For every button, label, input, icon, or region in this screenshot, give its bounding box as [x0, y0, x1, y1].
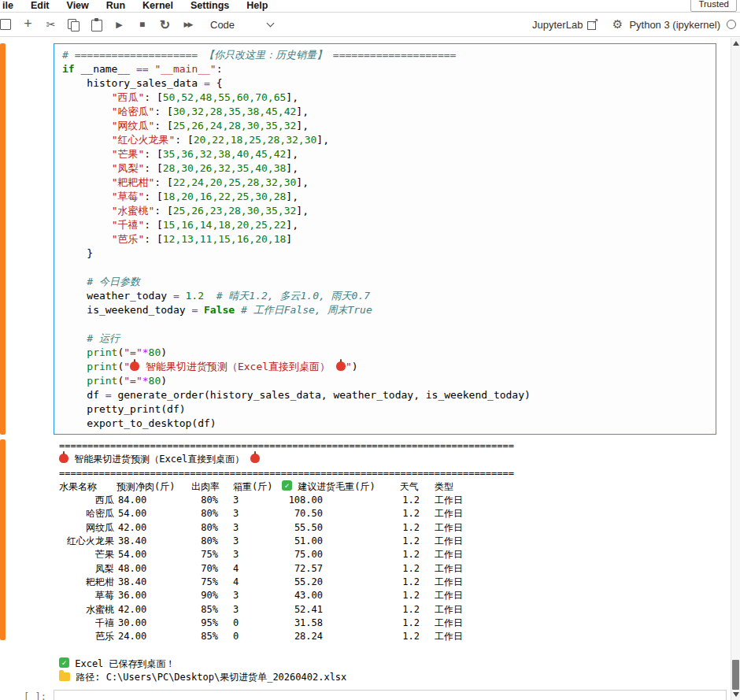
- menu-item-help[interactable]: Help: [238, 0, 276, 12]
- copy-icon[interactable]: [62, 13, 85, 36]
- menu-item-kernel[interactable]: Kernel: [134, 0, 182, 12]
- apple-icon: [59, 454, 68, 463]
- table-cell: 38.40: [118, 576, 185, 589]
- table-cell: 工作日: [435, 617, 463, 630]
- code-line: df = generate_order(history_sales_data, …: [62, 388, 711, 402]
- empty-cell-editor[interactable]: [54, 690, 727, 700]
- code-cell-collapser[interactable]: [0, 43, 6, 435]
- code-line: print("="*80): [62, 346, 711, 360]
- table-cell: 千禧: [59, 617, 114, 630]
- cell-type-dropdown[interactable]: Code: [210, 19, 273, 31]
- table-cell: 55.50: [257, 521, 323, 535]
- interrupt-icon[interactable]: [131, 13, 154, 36]
- gear-icon[interactable]: [605, 17, 629, 31]
- column-header: 箱重(斤): [233, 480, 272, 494]
- table-cell: 3: [233, 521, 257, 535]
- run-icon[interactable]: [108, 13, 131, 36]
- table-cell: 85%: [185, 603, 218, 617]
- output-line: Excel 已保存到桌面！: [59, 657, 732, 671]
- output-line: ========================================…: [59, 467, 732, 480]
- scroll-up-icon[interactable]: [733, 41, 739, 46]
- toolbar-icon-group: [0, 13, 199, 36]
- table-cell: 90%: [185, 589, 218, 602]
- table-cell: 哈密瓜: [59, 507, 114, 520]
- external-link-icon: [587, 20, 598, 30]
- menu-item-settings[interactable]: Settings: [182, 0, 238, 12]
- table-cell: 芒果: [59, 548, 114, 561]
- table-cell: 84.00: [118, 494, 185, 507]
- code-line: export_to_desktop(df): [62, 417, 711, 431]
- menu-item-run[interactable]: Run: [98, 0, 134, 12]
- table-cell: 3: [233, 603, 257, 617]
- code-line: "网纹瓜": [25,26,24,28,30,35,32],: [62, 119, 711, 133]
- code-line: "西瓜": [50,52,48,55,60,70,65],: [62, 91, 711, 105]
- table-cell: 72.57: [257, 562, 323, 576]
- code-cell-editor[interactable]: # ==================== 【你只改这里：历史销量】 ====…: [54, 43, 716, 435]
- table-cell: 42.00: [118, 521, 185, 535]
- jupyterlab-link[interactable]: JupyterLab: [532, 19, 598, 31]
- run-all-icon[interactable]: [176, 13, 199, 36]
- code-line: "芭乐": [12,13,11,15,16,20,18]: [62, 232, 711, 246]
- table-cell: 1.2: [323, 535, 420, 548]
- table-cell: 43.00: [257, 589, 323, 602]
- table-cell: 70.50: [257, 507, 323, 520]
- table-cell: 4: [233, 562, 257, 576]
- table-cell: 1.2: [323, 630, 420, 643]
- table-row: 芭乐24.0085%028.241.2工作日: [59, 630, 732, 643]
- chevron-down-icon: [267, 19, 275, 27]
- output-collapser[interactable]: [0, 439, 6, 640]
- table-cell: 工作日: [435, 589, 463, 602]
- table-cell: 凤梨: [59, 562, 114, 576]
- table-row: 耙耙柑38.4075%455.201.2工作日: [59, 576, 732, 589]
- column-header: 天气: [400, 480, 419, 494]
- table-cell: 3: [233, 507, 257, 520]
- code-line: # ==================== 【你只改这里：历史销量】 ====…: [62, 48, 711, 62]
- menu-item-edit[interactable]: Edit: [22, 0, 58, 12]
- code-line: "红心火龙果": [20,22,18,25,28,32,30],: [62, 133, 711, 147]
- table-cell: 1.2: [323, 603, 420, 617]
- cell-type-label: Code: [210, 19, 235, 31]
- scrollbar[interactable]: [731, 38, 740, 700]
- kernel-name[interactable]: Python 3 (ipykernel): [629, 19, 720, 31]
- code-line: pretty_print(df): [62, 402, 711, 417]
- table-cell: 3: [233, 589, 257, 602]
- table-cell: 工作日: [435, 630, 463, 643]
- menu-item-file[interactable]: ile: [0, 0, 22, 12]
- kernel-status-icon[interactable]: [727, 20, 736, 29]
- notebook-panel: # ==================== 【你只改这里：历史销量】 ====…: [0, 38, 740, 700]
- table-cell: 48.00: [118, 562, 185, 576]
- code-line: "芒果": [35,36,32,38,40,45,42],: [62, 147, 711, 161]
- table-cell: 草莓: [59, 589, 114, 602]
- column-header: 水果名称: [59, 480, 97, 494]
- apple-icon: [336, 361, 346, 371]
- check-icon: [59, 657, 69, 668]
- paste-icon[interactable]: [85, 13, 108, 36]
- table-row: 西瓜84.0080%3108.001.2工作日: [59, 494, 732, 507]
- table-cell: 31.58: [257, 617, 323, 630]
- cell-prompt: [ ]:: [24, 691, 46, 700]
- table-cell: 3: [233, 494, 257, 507]
- table-cell: 0: [233, 617, 257, 630]
- table-cell: 1.2: [323, 548, 420, 561]
- table-cell: 工作日: [435, 562, 463, 576]
- empty-cell: [ ]:: [0, 690, 740, 700]
- table-cell: 红心火龙果: [59, 535, 114, 548]
- scroll-down-icon[interactable]: [733, 692, 739, 697]
- scrollbar-thumb[interactable]: [732, 660, 739, 690]
- output-line: ========================================…: [59, 439, 732, 453]
- table-row: 哈密瓜54.0080%370.501.2工作日: [59, 507, 732, 520]
- cut-icon[interactable]: [39, 13, 62, 36]
- column-header: 建议进货毛重(斤): [282, 480, 376, 494]
- table-cell: 4: [233, 576, 257, 589]
- table-cell: 耙耙柑: [59, 576, 114, 589]
- code-line: "哈密瓜": [30,32,28,35,38,45,42],: [62, 105, 711, 119]
- table-cell: 38.40: [118, 535, 185, 548]
- menu-items: ileEditViewRunKernelSettingsHelp: [0, 0, 276, 12]
- trusted-button[interactable]: Trusted: [690, 0, 737, 12]
- add-icon[interactable]: [17, 13, 39, 36]
- toolbar-right: JupyterLab Python 3 (ipykernel): [532, 17, 738, 31]
- check-icon: [282, 480, 292, 491]
- menu-item-view[interactable]: View: [58, 0, 98, 12]
- restart-icon[interactable]: [154, 13, 176, 36]
- save-icon[interactable]: [0, 13, 17, 36]
